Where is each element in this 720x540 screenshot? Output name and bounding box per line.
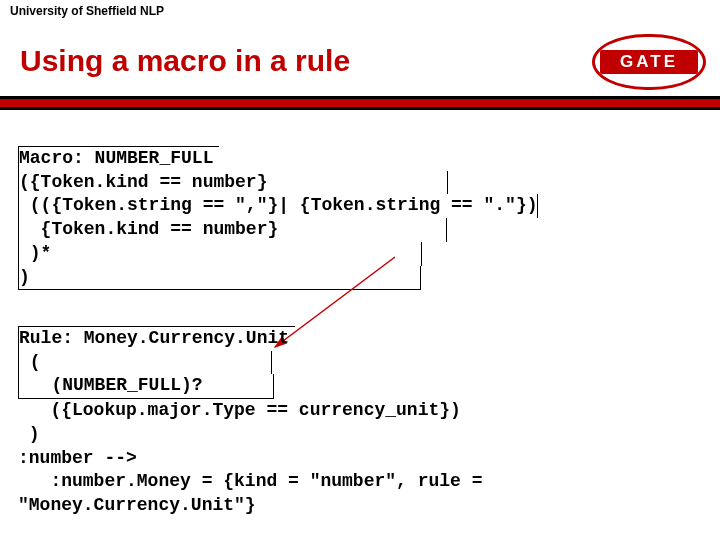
rule-line-3: (NUMBER_FULL)?: [18, 374, 274, 399]
rule-line-1: Rule: Money.Currency.Unit: [18, 326, 295, 351]
rule-line-4: ({Lookup.major.Type == currency_unit}): [18, 400, 461, 420]
title-divider: [0, 96, 720, 110]
rule-code-block: Rule: Money.Currency.Unit ( (NUMBER_FULL…: [18, 302, 578, 518]
gate-logo-text: GATE: [600, 50, 698, 74]
macro-line-2: ({Token.kind == number}: [18, 171, 448, 195]
rule-line-5: ): [18, 424, 40, 444]
macro-line-6: ): [18, 266, 421, 291]
rule-line-8: "Money.Currency.Unit"}: [18, 495, 256, 515]
rule-line-6: :number -->: [18, 448, 137, 468]
gate-logo: GATE: [590, 28, 708, 96]
macro-line-3: (({Token.string == ","}| {Token.string =…: [18, 194, 538, 218]
macro-line-5: )*: [18, 242, 422, 266]
macro-code-block: Macro: NUMBER_FULL ({Token.kind == numbe…: [18, 122, 578, 290]
macro-line-4: {Token.kind == number}: [18, 218, 447, 242]
slide: University of Sheffield NLP GATE Using a…: [0, 0, 720, 540]
slide-title: Using a macro in a rule: [20, 44, 350, 78]
rule-line-2: (: [18, 351, 272, 375]
macro-line-1: Macro: NUMBER_FULL: [18, 146, 219, 171]
affiliation-header: University of Sheffield NLP: [0, 0, 720, 20]
rule-line-7: :number.Money = {kind = "number", rule =: [18, 471, 482, 491]
